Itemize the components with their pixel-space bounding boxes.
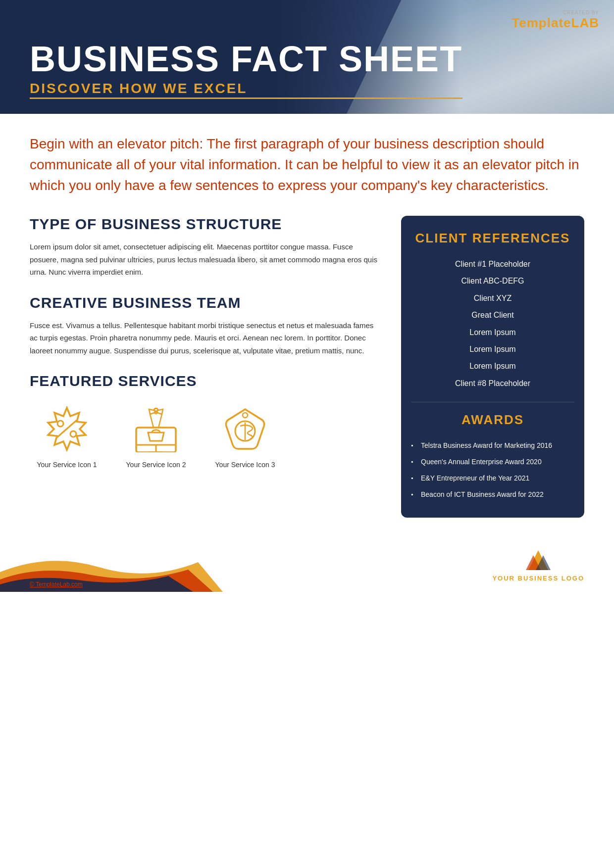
service-icon-1-image — [37, 401, 97, 456]
featured-services-heading: FEATURED SERVICES — [30, 373, 381, 389]
client-item: Client #8 Placeholder — [411, 375, 574, 392]
logo-name-bold: LAB — [571, 15, 599, 30]
award-item: Queen's Annual Enterprise Award 2020 — [411, 454, 574, 470]
award-item: E&Y Entrepreneur of the Year 2021 — [411, 470, 574, 486]
client-item: Lorem Ipsum — [411, 324, 574, 341]
service-icon-3-image — [215, 401, 275, 456]
service-icon-2-image — [126, 401, 186, 456]
service-icon-1-svg — [42, 405, 92, 452]
awards-title: AWARDS — [411, 412, 574, 428]
header-subtitle: DISCOVER HOW WE EXCEL — [30, 81, 462, 99]
footer-logo-regular: YOUR BUSINESS — [492, 575, 559, 582]
svg-point-11 — [243, 413, 248, 418]
client-item: Lorem Ipsum — [411, 358, 574, 375]
header-content: BUSINESS FACT SHEET DISCOVER HOW WE EXCE… — [30, 40, 462, 99]
service-icon-3-svg — [220, 405, 270, 452]
client-item: Client #1 Placeholder — [411, 256, 574, 273]
right-column: CLIENT REFERENCES Client #1 Placeholder … — [401, 216, 584, 518]
footer-logo-bold: LOGO — [562, 575, 584, 582]
service-icon-3-label: Your Service Icon 3 — [215, 461, 275, 469]
creative-team-body: Fusce est. Vivamus a tellus. Pellentesqu… — [30, 319, 381, 357]
logo-created-by: CREATED BY — [512, 10, 599, 15]
service-icon-1: Your Service Icon 1 — [30, 401, 104, 469]
svg-point-0 — [57, 421, 63, 427]
client-references-title: CLIENT REFERENCES — [411, 231, 574, 246]
main-content: Begin with an elevator pitch: The first … — [0, 114, 614, 532]
left-column: TYPE OF BUSINESS STRUCTURE Lorem ipsum d… — [30, 216, 381, 518]
creative-team-heading: CREATIVE BUSINESS TEAM — [30, 294, 381, 311]
two-column-layout: TYPE OF BUSINESS STRUCTURE Lorem ipsum d… — [30, 216, 584, 518]
footer-logo-text: YOUR BUSINESS LOGO — [492, 575, 584, 582]
services-icons-row: Your Service Icon 1 — [30, 401, 381, 469]
svg-line-2 — [57, 420, 77, 437]
svg-point-1 — [70, 431, 76, 437]
service-icon-1-label: Your Service Icon 1 — [37, 461, 97, 469]
awards-list: Telstra Business Award for Marketing 201… — [411, 437, 574, 503]
footer: YOUR BUSINESS LOGO © TemplateLab.com — [0, 532, 614, 592]
client-item: Lorem Ipsum — [411, 341, 574, 358]
business-structure-body: Lorem ipsum dolor sit amet, consectetuer… — [30, 241, 381, 279]
service-icon-3: Your Service Icon 3 — [208, 401, 282, 469]
client-item: Great Client — [411, 307, 574, 324]
footer-copyright[interactable]: © TemplateLab.com — [30, 581, 83, 588]
logo-name: TemplateLAB — [512, 15, 599, 31]
elevator-pitch-text: Begin with an elevator pitch: The first … — [30, 134, 584, 196]
mountain-logo-icon — [523, 548, 553, 573]
client-list: Client #1 Placeholder Client ABC-DEFG Cl… — [411, 256, 574, 392]
client-item: Client XYZ — [411, 290, 574, 307]
service-icon-2: Your Service Icon 2 — [119, 401, 193, 469]
service-icon-2-label: Your Service Icon 2 — [126, 461, 186, 469]
service-icon-2-svg — [131, 405, 181, 452]
business-structure-heading: TYPE OF BUSINESS STRUCTURE — [30, 216, 381, 233]
divider — [411, 402, 574, 402]
templatelab-logo: CREATED BY TemplateLAB — [512, 10, 599, 31]
header-title: BUSINESS FACT SHEET — [30, 40, 462, 79]
right-dark-box: CLIENT REFERENCES Client #1 Placeholder … — [401, 216, 584, 518]
award-item: Telstra Business Award for Marketing 201… — [411, 437, 574, 454]
business-logo: YOUR BUSINESS LOGO — [492, 548, 584, 582]
client-item: Client ABC-DEFG — [411, 273, 574, 289]
header: BUSINESS FACT SHEET DISCOVER HOW WE EXCE… — [0, 0, 614, 114]
footer-logo-icon — [492, 548, 584, 573]
award-item: Beacon of ICT Business Award for 2022 — [411, 486, 574, 503]
logo-name-regular: Template — [512, 15, 571, 30]
